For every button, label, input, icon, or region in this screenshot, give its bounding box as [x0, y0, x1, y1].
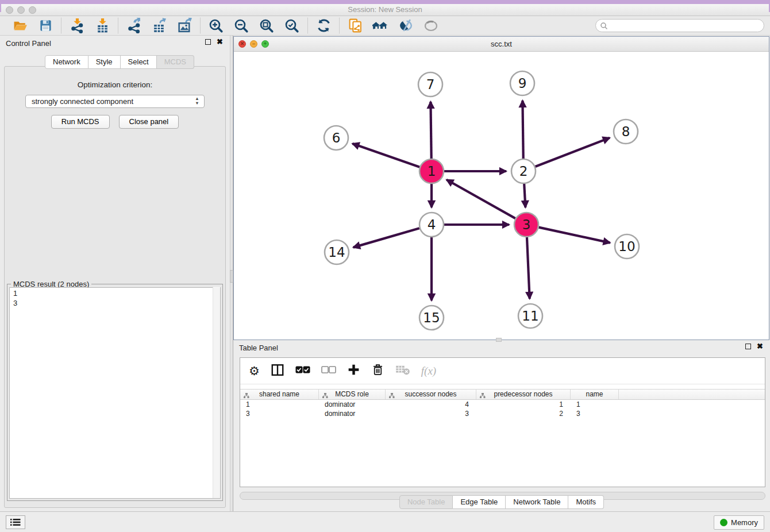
- float-table-panel-icon[interactable]: [745, 344, 751, 349]
- optimization-criterion-select[interactable]: strongly connected component ▲▼: [25, 95, 205, 108]
- cell-shared-name[interactable]: 1: [240, 400, 319, 409]
- table-panel-header: Table Panel ✖: [233, 340, 770, 356]
- cell-shared-name[interactable]: 3: [240, 409, 319, 418]
- network-maximize-icon[interactable]: +: [261, 40, 269, 48]
- export-table-icon[interactable]: [151, 18, 167, 34]
- unselect-all-columns-icon[interactable]: [321, 365, 336, 376]
- network-canvas-svg: 1234678910111415: [234, 52, 769, 340]
- graph-node-7[interactable]: 7: [418, 72, 442, 97]
- graph-node-1[interactable]: 1: [419, 159, 444, 183]
- cell-successor-nodes[interactable]: 4: [386, 400, 476, 409]
- close-panel-icon[interactable]: ✖: [217, 39, 223, 45]
- export-image-icon[interactable]: [176, 18, 192, 34]
- tab-motifs[interactable]: Motifs: [568, 495, 604, 509]
- horizontal-splitter-grip[interactable]: [496, 338, 502, 342]
- memory-button[interactable]: Memory: [714, 515, 764, 530]
- network-window-titlebar[interactable]: ✕ – + scc.txt: [234, 37, 769, 52]
- clone-network-icon[interactable]: [347, 18, 363, 34]
- graph-edge-3-1[interactable]: [446, 180, 515, 218]
- app-titlebar: Session: New Session: [0, 4, 770, 16]
- graph-edge-3-10[interactable]: [538, 228, 610, 243]
- tab-select[interactable]: Select: [121, 55, 157, 69]
- zoom-window-icon[interactable]: [29, 6, 36, 14]
- tab-mcds[interactable]: MCDS: [157, 55, 194, 69]
- cell-predecessor-nodes[interactable]: 1: [476, 400, 571, 409]
- run-mcds-button[interactable]: Run MCDS: [51, 115, 110, 129]
- close-panel-button[interactable]: Close panel: [119, 115, 179, 129]
- graph-edge-2-8[interactable]: [536, 138, 610, 167]
- graph-node-3[interactable]: 3: [514, 213, 538, 237]
- result-scrollbar[interactable]: [213, 287, 220, 498]
- column-header-predecessor-nodes[interactable]: predecessor nodes: [476, 390, 571, 399]
- graph-node-8[interactable]: 8: [614, 119, 638, 144]
- column-header-MCDS-role[interactable]: MCDS role: [319, 390, 386, 399]
- select-all-columns-icon[interactable]: [295, 365, 310, 376]
- column-header-name[interactable]: name: [571, 390, 619, 399]
- graph-node-2[interactable]: 2: [511, 159, 536, 183]
- network-canvas[interactable]: 1234678910111415: [234, 52, 769, 340]
- minimize-window-icon[interactable]: [17, 6, 25, 14]
- cell-predecessor-nodes[interactable]: 2: [476, 409, 571, 418]
- tab-network-table[interactable]: Network Table: [506, 495, 568, 509]
- open-session-icon[interactable]: [12, 18, 28, 34]
- column-header-successor-nodes[interactable]: successor nodes: [386, 390, 476, 399]
- graph-edge-1-6[interactable]: [352, 144, 419, 167]
- control-panel: Control Panel ✖ NetworkStyleSelectMCDS O…: [0, 36, 230, 511]
- cell-name[interactable]: 3: [571, 409, 619, 418]
- graph-node-9[interactable]: 9: [510, 71, 534, 95]
- column-header-shared-name[interactable]: shared name: [240, 390, 319, 399]
- table-settings-gear-icon[interactable]: ⚙: [249, 365, 260, 377]
- preview-icon[interactable]: [423, 18, 439, 34]
- network-minimize-icon[interactable]: –: [250, 40, 257, 48]
- task-history-button[interactable]: [6, 515, 25, 529]
- graph-node-6[interactable]: 6: [324, 126, 348, 150]
- graph-edge-4-14[interactable]: [353, 228, 419, 247]
- search-box[interactable]: [595, 19, 764, 32]
- table-row-1[interactable]: 1dominator411: [240, 400, 765, 409]
- zoom-selected-icon[interactable]: [284, 18, 300, 34]
- hide-panel-icon[interactable]: [398, 18, 414, 34]
- graph-node-label: 4: [428, 217, 436, 232]
- create-column-icon[interactable]: [347, 363, 360, 379]
- function-builder-icon[interactable]: f(x): [421, 365, 436, 377]
- graph-node-15[interactable]: 15: [419, 306, 444, 330]
- graph-edge-2-3[interactable]: [524, 184, 525, 207]
- delete-table-icon[interactable]: [395, 364, 410, 378]
- import-table-icon[interactable]: [94, 18, 110, 34]
- graph-edge-1-7[interactable]: [430, 102, 431, 159]
- show-column-icon[interactable]: [271, 363, 284, 379]
- tab-network[interactable]: Network: [45, 55, 88, 69]
- zoom-in-icon[interactable]: [208, 18, 224, 34]
- tab-style[interactable]: Style: [88, 55, 121, 69]
- tab-node-table[interactable]: Node Table: [399, 495, 453, 509]
- cell-name[interactable]: 1: [571, 400, 619, 409]
- zoom-fit-icon[interactable]: [259, 18, 275, 34]
- save-session-icon[interactable]: [37, 18, 53, 34]
- column-header-label: MCDS role: [335, 390, 369, 398]
- apply-layout-icon[interactable]: [315, 18, 332, 34]
- show-all-networks-icon[interactable]: [372, 18, 388, 34]
- export-network-icon[interactable]: [126, 18, 142, 34]
- graph-edge-3-11[interactable]: [527, 237, 530, 299]
- cell-MCDS-role[interactable]: dominator: [319, 400, 386, 409]
- float-panel-icon[interactable]: [205, 39, 211, 45]
- column-type-icon: [389, 392, 395, 399]
- graph-node-4[interactable]: 4: [419, 213, 444, 237]
- mcds-result-text[interactable]: 1 3: [9, 287, 221, 499]
- graph-node-14[interactable]: 14: [325, 240, 349, 264]
- delete-column-trash-icon[interactable]: [371, 363, 384, 379]
- tab-edge-table[interactable]: Edge Table: [453, 495, 506, 509]
- cell-MCDS-role[interactable]: dominator: [319, 409, 386, 418]
- import-network-icon[interactable]: [69, 18, 85, 34]
- cell-successor-nodes[interactable]: 3: [386, 409, 476, 418]
- table-row-2[interactable]: 3dominator323: [240, 409, 765, 418]
- close-window-icon[interactable]: [6, 6, 13, 14]
- graph-edge-2-9[interactable]: [522, 101, 523, 159]
- close-table-panel-icon[interactable]: ✖: [757, 344, 763, 349]
- graph-node-10[interactable]: 10: [615, 234, 639, 259]
- search-input[interactable]: [608, 21, 764, 31]
- zoom-out-icon[interactable]: [233, 18, 249, 34]
- graph-node-label: 6: [332, 130, 341, 145]
- graph-node-11[interactable]: 11: [518, 304, 542, 328]
- network-close-icon[interactable]: ✕: [238, 40, 246, 48]
